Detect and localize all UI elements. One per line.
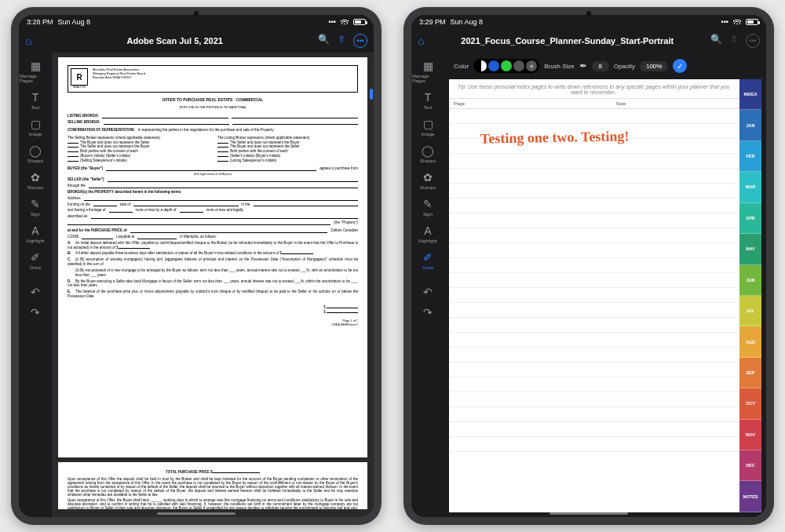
doc-title: OFFER TO PURCHASE REAL ESTATE - COMMERCI… [68, 97, 358, 103]
tool-action[interactable]: ↶ [412, 282, 444, 301]
home-icon[interactable]: ⌂ [25, 35, 31, 47]
opacity-value[interactable]: 100% [640, 61, 668, 71]
color-picker[interactable]: + [473, 59, 539, 73]
home-icon[interactable]: ⌂ [418, 35, 424, 47]
tool-stamps[interactable]: ✿Stamps [412, 167, 444, 192]
tool-shapes[interactable]: ◯Shapes [20, 140, 51, 166]
tool-sidebar: ▦Manage PagesTText▢Image◯Shapes✿Stamps✎S… [19, 53, 52, 517]
tool-shapes[interactable]: ◯Shapes [412, 140, 444, 166]
tab-dec[interactable]: DEC [739, 450, 761, 481]
tool-sign[interactable]: ✎Sign [412, 194, 444, 219]
tab-apr[interactable]: APR [739, 203, 761, 234]
fronting-a: fronting on the [68, 202, 90, 207]
add-color-button[interactable]: + [526, 60, 537, 71]
tool-text[interactable]: TText [20, 87, 51, 112]
month-tabs: INDEXJANFEBMARAPRMAYJUNJULAUGSEPOCTNOVDE… [739, 79, 761, 512]
tab-jul[interactable]: JUL [739, 296, 761, 326]
planner-columns: Page Note [449, 98, 761, 109]
eyedropper-icon[interactable] [476, 60, 487, 71]
rep-right-list: The Seller and does not represent the Bu… [217, 140, 358, 163]
more-icon[interactable]: ••• [353, 34, 367, 48]
planner-page[interactable]: hand-written index → Tip: Use these pers… [449, 79, 761, 512]
through-label: through the [68, 184, 86, 188]
listing-broker-label: LISTING BROKER: [68, 114, 99, 118]
sign-icon: ✎ [31, 198, 40, 210]
tool-label: Stamps [420, 185, 436, 190]
tab-mar[interactable]: MAR [739, 172, 761, 202]
buyer-label: BUYER (the "Buyer") [68, 166, 103, 171]
tool-action[interactable]: ↶ [20, 282, 51, 301]
tab-feb[interactable]: FEB [739, 141, 761, 172]
tab-sep[interactable]: SEP [739, 358, 761, 388]
tool-label: Shapes [420, 159, 436, 163]
frontage-b: more or less by a depth of [136, 208, 177, 213]
battery-icon [746, 19, 758, 25]
tab-may[interactable]: MAY [739, 234, 761, 264]
color-label: Color [454, 63, 469, 70]
confirm-button[interactable]: ✓ [673, 59, 687, 73]
tool-stamps[interactable]: ✿Stamps [20, 167, 51, 192]
color-swatch[interactable] [488, 60, 499, 71]
scroll-thumb[interactable] [370, 89, 373, 100]
item-a: An initial deposit delivered with this O… [68, 241, 358, 250]
tool-manage-pages[interactable]: ▦Manage Pages [20, 56, 51, 86]
more-icon[interactable]: ••• [746, 34, 760, 48]
shapes-icon: ◯ [29, 144, 42, 157]
tool-highlight[interactable]: AHighlight [412, 220, 444, 246]
tab-notes[interactable]: NOTES [739, 481, 761, 512]
draw-icon: ✐ [31, 251, 40, 264]
tab-nov[interactable]: NOV [739, 420, 761, 450]
tab-oct[interactable]: OCT [739, 388, 761, 419]
search-icon[interactable]: 🔍 [318, 34, 330, 48]
tool-highlight[interactable]: AHighlight [20, 220, 51, 246]
undo-icon: ↷ [423, 306, 433, 319]
home-indicator[interactable] [550, 512, 628, 515]
text-icon: T [425, 91, 432, 104]
draw-toolbar: Color + Brush Size ✒ 8 Opacity 100% ✓ [449, 56, 761, 76]
tab-jun[interactable]: JUN [739, 265, 761, 296]
tool-draw[interactable]: ✐Draw [412, 247, 444, 272]
status-date: Sun Aug 8 [58, 18, 91, 26]
item-d: By the Buyer executing a Seller take bac… [68, 279, 358, 288]
tool-action[interactable]: ↷ [20, 302, 51, 321]
planner-lines[interactable]: Testing one two. Testing! [449, 109, 761, 454]
address-label: Address [68, 196, 81, 201]
tool-image[interactable]: ▢Image [412, 114, 444, 139]
opacity-label: Opacity [614, 63, 635, 70]
brush-icon: ✒ [579, 60, 587, 71]
share-icon[interactable]: ⇧ [338, 34, 345, 48]
brush-size-value[interactable]: 8 [592, 61, 609, 71]
tool-draw[interactable]: ✐Draw [20, 247, 51, 272]
image-icon: ▢ [423, 118, 433, 130]
col-page: Page [449, 99, 480, 108]
tool-text[interactable]: TText [412, 87, 444, 112]
tool-label: Shapes [27, 159, 43, 163]
page2-title: TOTAL PURCHASE PRICE $ [166, 470, 213, 474]
tab-jan[interactable]: JAN [739, 110, 761, 140]
tool-label: Draw [30, 265, 41, 270]
highlight-icon: A [31, 224, 38, 237]
search-icon[interactable]: 🔍 [710, 34, 722, 48]
tab-aug[interactable]: AUG [739, 326, 761, 357]
home-indicator[interactable] [157, 512, 236, 515]
item-c1: By assumption of existing mortgage(s) ha… [68, 257, 358, 266]
brush-size-label: Brush Size [544, 63, 575, 70]
document-viewport[interactable]: R REALTOR Manitoba Real Estate Associati… [52, 53, 374, 517]
color-swatch[interactable] [513, 60, 524, 71]
manage-pages-icon: ▦ [31, 60, 41, 72]
color-swatch[interactable] [501, 60, 512, 71]
share-icon[interactable]: ⇧ [730, 34, 738, 48]
tool-action[interactable]: ↷ [412, 302, 444, 321]
tab-index[interactable]: INDEX [739, 79, 761, 110]
tool-label: Draw [422, 265, 433, 270]
buyer-tail: agrees to purchase from [319, 166, 358, 171]
described-label: described as [68, 214, 88, 219]
scrollbar[interactable] [370, 57, 373, 512]
tool-image[interactable]: ▢Image [20, 114, 51, 139]
tool-sign[interactable]: ✎Sign [20, 194, 51, 219]
form-note: CREA WEBForms® [68, 323, 358, 327]
tool-sidebar: ▦Manage PagesTText▢Image◯Shapes✿Stamps✎S… [411, 53, 444, 517]
tool-manage-pages[interactable]: ▦Manage Pages [412, 56, 444, 86]
status-date: Sun Aug 8 [451, 18, 484, 26]
broker-label: BROKER(s) the PROPERTY described herein … [68, 190, 181, 195]
